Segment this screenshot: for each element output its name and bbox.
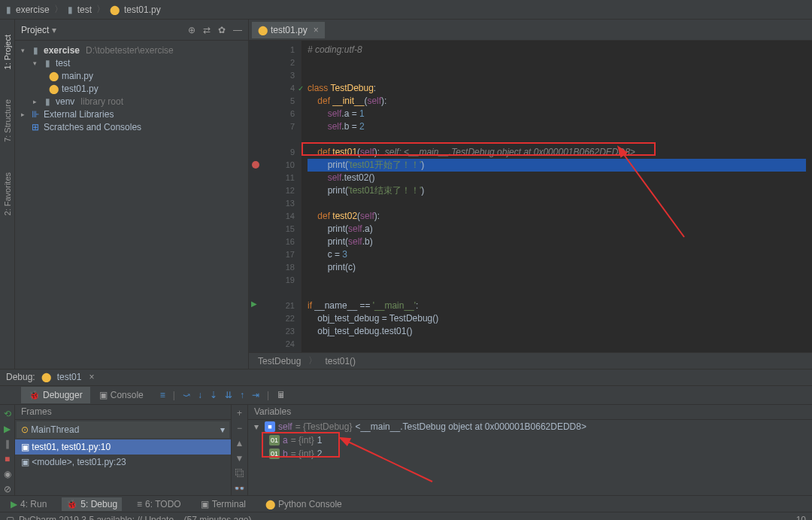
tree-scratches[interactable]: ⊞ Scratches and Consoles xyxy=(15,120,248,133)
threads-icon[interactable]: ≡ xyxy=(160,390,165,400)
run-to-cursor-icon[interactable]: ⇥ xyxy=(252,390,259,400)
tree-file-test01[interactable]: ⬤ test01.py xyxy=(15,82,248,95)
mute-breakpoints-icon[interactable]: ⊘ xyxy=(2,483,14,495)
chevron-right-icon: 〉 xyxy=(54,3,63,16)
frame-label: test01, test01.py:10 xyxy=(32,442,111,452)
frame-item[interactable]: ▣ test01, test01.py:10 xyxy=(15,439,231,455)
tree-root[interactable]: ▾▮ exercise D:\tobetester\exercise xyxy=(15,44,248,56)
run-icon: ▶ xyxy=(11,499,17,509)
project-tree[interactable]: ▾▮ exercise D:\tobetester\exercise ▾▮ te… xyxy=(15,41,248,369)
close-icon[interactable]: × xyxy=(314,25,319,35)
tree-file-label: main.py xyxy=(62,71,93,81)
tab-python-console[interactable]: ⬤Python Console xyxy=(261,497,347,511)
folder-icon: ▮ xyxy=(6,5,11,15)
step-out-icon[interactable]: ↑ xyxy=(240,390,244,400)
debug-config-name[interactable]: test01 xyxy=(57,372,82,382)
status-message[interactable]: PyCharm 2019.3.5 available: // Update...… xyxy=(19,515,252,520)
breadcrumb-file: test01.py xyxy=(124,5,161,15)
tree-folder-test[interactable]: ▾▮ test xyxy=(15,56,248,69)
var-name: a xyxy=(283,435,288,445)
editor-tab-test01[interactable]: ⬤ test01.py × xyxy=(252,22,325,38)
console-icon: ▣ xyxy=(99,390,108,400)
debug-header: Debug: ⬤ test01 × xyxy=(0,369,812,386)
tab-label: Terminal xyxy=(212,499,246,509)
glasses-icon[interactable]: 👓 xyxy=(234,483,245,494)
stop-icon[interactable]: ■ xyxy=(2,453,14,465)
gear-icon[interactable]: ✿ xyxy=(218,25,226,35)
var-type: = {TestDebug} xyxy=(295,421,353,432)
step-into-icon[interactable]: ↓ xyxy=(198,390,202,400)
step-into-my-icon[interactable]: ⇣ xyxy=(210,390,217,400)
hide-icon[interactable]: — xyxy=(233,25,242,35)
code-editor[interactable]: ▶ 123 4✓ 5 67 91011 121314 151617 1819 2… xyxy=(249,41,812,352)
tab-label: 4: Run xyxy=(20,499,47,509)
locate-icon[interactable]: ⊕ xyxy=(188,25,195,35)
breakpoint-icon[interactable] xyxy=(252,161,259,169)
tree-folder-label: venv xyxy=(56,96,74,107)
editor: ⬤ test01.py × ▶ 123 4✓ 5 67 xyxy=(249,20,812,369)
expand-icon[interactable]: ⇄ xyxy=(203,25,211,35)
breadcrumb-root: exercise xyxy=(16,5,50,15)
frames-panel: Frames ⊙ MainThread ▾ ▣ test01, test01.p… xyxy=(15,405,232,495)
tab-terminal[interactable]: ▣Terminal xyxy=(196,497,250,511)
debug-toolbar: 🐞 Debugger ▣ Console ≡ | ⤻ ↓ ⇣ ⇊ ↑ ⇥ | 🖩 xyxy=(0,386,812,405)
thread-name: MainThread xyxy=(31,424,79,435)
up-icon[interactable]: ▲ xyxy=(235,438,244,449)
frame-icon: ▣ xyxy=(21,457,29,467)
var-name: b xyxy=(283,449,288,459)
tree-external-libs[interactable]: ▸⊪ External Libraries xyxy=(15,108,248,120)
editor-tabs: ⬤ test01.py × xyxy=(249,20,812,41)
tree-label: External Libraries xyxy=(44,109,114,120)
debug-title-label: Debug: xyxy=(6,372,35,382)
project-view-label[interactable]: Project xyxy=(21,25,49,35)
event-log-icon[interactable]: ▢ xyxy=(6,515,14,520)
tab-console[interactable]: ▣ Console xyxy=(92,387,151,403)
editor-breadcrumb: TestDebug 〉 test01() xyxy=(249,352,812,369)
frame-item[interactable]: ▣ <module>, test01.py:23 xyxy=(15,455,231,470)
var-type: = {int} xyxy=(291,435,314,445)
breadcrumb-folder: test xyxy=(77,5,92,15)
breadcrumb[interactable]: ▮ exercise 〉 ▮ test 〉 ⬤ test01.py xyxy=(6,3,161,16)
resume-icon[interactable]: ▶ xyxy=(2,423,14,435)
pause-icon[interactable]: ∥ xyxy=(2,438,14,450)
tab-favorites[interactable]: 2: Favorites xyxy=(3,172,12,215)
breadcrumb-class[interactable]: TestDebug xyxy=(258,356,301,366)
code-content[interactable]: # coding:utf-8 class TestDebug: def __in… xyxy=(301,41,812,352)
variable-row-a[interactable]: 01 a = {int} 1 xyxy=(248,433,812,447)
dropdown-icon: ▾ xyxy=(220,424,225,435)
thread-selector[interactable]: ⊙ MainThread ▾ xyxy=(17,421,229,438)
tab-debugger[interactable]: 🐞 Debugger xyxy=(21,387,90,403)
force-step-icon[interactable]: ⇊ xyxy=(225,390,232,400)
duplicate-icon[interactable]: ⿻ xyxy=(235,468,244,479)
run-gutter-icon[interactable]: ▶ xyxy=(251,300,257,308)
dropdown-icon[interactable]: ▾ xyxy=(52,25,56,35)
remove-watch-icon[interactable]: − xyxy=(237,423,242,433)
close-icon[interactable]: × xyxy=(89,372,94,382)
code-text: # coding:utf-8 xyxy=(308,44,362,55)
editor-tab-label: test01.py xyxy=(271,25,308,35)
nav-breadcrumb-bar: ▮ exercise 〉 ▮ test 〉 ⬤ test01.py xyxy=(0,0,812,20)
var-type: = {int} xyxy=(291,449,314,459)
add-watch-icon[interactable]: + xyxy=(237,408,242,418)
view-breakpoints-icon[interactable]: ◉ xyxy=(2,468,14,480)
frame-icon: ▣ xyxy=(21,442,29,452)
cursor-position[interactable]: 10 xyxy=(796,515,806,520)
evaluate-icon[interactable]: 🖩 xyxy=(277,390,286,400)
tree-file-main[interactable]: ⬤ main.py xyxy=(15,69,248,82)
breadcrumb-function[interactable]: test01() xyxy=(325,356,356,366)
down-icon[interactable]: ▼ xyxy=(235,453,244,464)
step-over-icon[interactable]: ⤻ xyxy=(183,390,190,400)
tab-project[interactable]: 1: Project xyxy=(3,35,12,69)
variable-row-self[interactable]: ▾ ■ self = {TestDebug} <__main__.TestDeb… xyxy=(248,420,812,433)
tree-label: Scratches and Consoles xyxy=(44,122,141,132)
debug-side-buttons: ⟲ ▶ ∥ ■ ◉ ⊘ xyxy=(0,405,15,495)
bug-icon: 🐞 xyxy=(66,499,77,509)
rerun-icon[interactable]: ⟲ xyxy=(2,408,14,420)
tab-structure[interactable]: 7: Structure xyxy=(3,99,12,142)
tree-folder-venv[interactable]: ▸▮ venv library root xyxy=(15,95,248,108)
variable-row-b[interactable]: 01 b = {int} 2 xyxy=(248,447,812,461)
tab-todo[interactable]: ≡6: TODO xyxy=(132,497,186,511)
tab-run[interactable]: ▶4: Run xyxy=(6,497,51,511)
tab-debug[interactable]: 🐞5: Debug xyxy=(62,497,122,511)
tree-folder-label: test xyxy=(56,58,70,68)
